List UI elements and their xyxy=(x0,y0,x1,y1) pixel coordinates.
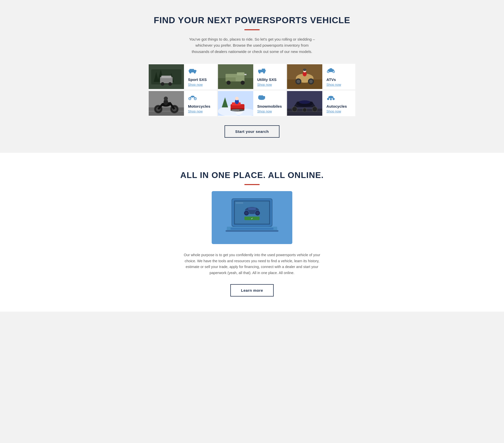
svg-point-92 xyxy=(330,98,332,100)
svg-rect-24 xyxy=(262,69,265,70)
svg-rect-107 xyxy=(246,228,258,229)
vehicle-grid: Sport SXS Shop now xyxy=(149,64,355,116)
vehicle-image-atvs xyxy=(287,64,322,89)
svg-point-38 xyxy=(303,69,306,71)
snowmobiles-shop-link[interactable]: Shop now xyxy=(257,109,282,113)
svg-point-45 xyxy=(333,71,334,72)
vehicle-card-info-utility-sxs: Utility SXS Shop now xyxy=(253,64,281,90)
vehicle-card-info-atvs: ATVs Shop now xyxy=(322,64,345,90)
utility-sxs-name: Utility SXS xyxy=(257,77,277,82)
svg-rect-48 xyxy=(149,107,184,116)
autocycles-icon xyxy=(326,94,347,103)
svg-rect-18 xyxy=(237,72,244,75)
section-find: FIND YOUR NEXT POWERSPORTS VEHICLE You'v… xyxy=(0,0,504,153)
vehicle-card-motorcycles[interactable]: Motorcycles Shop now xyxy=(149,91,217,116)
svg-rect-46 xyxy=(330,68,332,70)
svg-point-21 xyxy=(241,81,245,85)
motorcycles-icon xyxy=(188,94,210,103)
svg-point-26 xyxy=(259,72,260,73)
vehicle-card-utility-sxs[interactable]: Utility SXS Shop now xyxy=(218,64,286,90)
vehicle-card-info-motorcycles: Motorcycles Shop now xyxy=(184,91,214,116)
svg-point-100 xyxy=(256,212,259,215)
snowmobiles-name: Snowmobiles xyxy=(257,104,282,108)
utility-sxs-shop-link[interactable]: Shop now xyxy=(257,83,277,86)
svg-rect-19 xyxy=(226,77,236,81)
atvs-icon xyxy=(326,67,341,76)
atvs-name: ATVs xyxy=(326,77,341,82)
svg-rect-13 xyxy=(188,70,190,71)
svg-rect-101 xyxy=(248,208,256,210)
section-find-title: FIND YOUR NEXT POWERSPORTS VEHICLE xyxy=(5,15,499,25)
svg-text:✓: ✓ xyxy=(251,217,253,220)
vehicle-card-info-snowmobiles: Snowmobiles Shop now xyxy=(253,91,286,116)
svg-rect-22 xyxy=(244,74,246,75)
svg-rect-80 xyxy=(259,99,262,99)
divider-red xyxy=(244,29,260,30)
section-all-in-one-title: ALL IN ONE PLACE. ALL ONLINE. xyxy=(5,170,499,180)
atvs-shop-link[interactable]: Shop now xyxy=(326,83,341,86)
svg-point-99 xyxy=(245,212,248,215)
svg-point-6 xyxy=(161,82,164,86)
vehicle-card-info-sport-sxs: Sport SXS Shop now xyxy=(184,64,211,90)
svg-point-20 xyxy=(227,81,231,85)
svg-point-75 xyxy=(235,97,239,100)
svg-point-11 xyxy=(190,72,191,73)
svg-rect-108 xyxy=(226,230,278,232)
svg-point-90 xyxy=(327,98,329,100)
sport-sxs-shop-link[interactable]: Shop now xyxy=(188,83,207,86)
sport-sxs-name: Sport SXS xyxy=(188,77,207,82)
snowmobiles-icon xyxy=(257,94,282,103)
autocycles-shop-link[interactable]: Shop now xyxy=(326,109,347,113)
svg-rect-109 xyxy=(236,202,243,204)
utility-sxs-icon xyxy=(257,67,277,76)
svg-point-7 xyxy=(168,82,172,86)
vehicle-card-info-autocycles: Autocycles Shop now xyxy=(322,91,351,116)
svg-point-63 xyxy=(191,96,194,98)
svg-rect-73 xyxy=(232,110,239,111)
vehicle-image-snowmobiles xyxy=(218,91,253,116)
svg-point-85 xyxy=(299,100,310,104)
motorcycles-shop-link[interactable]: Shop now xyxy=(188,109,210,113)
autocycles-name: Autocycles xyxy=(326,104,347,108)
svg-point-34 xyxy=(297,80,300,83)
vehicle-card-snowmobiles[interactable]: Snowmobiles Shop now xyxy=(218,91,286,116)
svg-rect-8 xyxy=(161,76,171,78)
start-search-button[interactable]: Start your search xyxy=(225,125,279,138)
vehicle-card-autocycles[interactable]: Autocycles Shop now xyxy=(287,91,355,116)
svg-rect-14 xyxy=(196,70,197,71)
svg-point-35 xyxy=(309,80,313,83)
svg-rect-28 xyxy=(265,70,266,71)
svg-point-89 xyxy=(328,96,333,98)
svg-point-56 xyxy=(164,97,168,101)
learn-more-button[interactable]: Learn more xyxy=(230,284,274,297)
vehicle-card-atvs[interactable]: ATVs Shop now xyxy=(287,64,355,90)
svg-rect-10 xyxy=(190,69,194,71)
svg-point-44 xyxy=(328,71,329,72)
vehicle-image-motorcycles xyxy=(149,91,184,116)
vehicle-image-autocycles xyxy=(287,91,322,116)
svg-point-27 xyxy=(263,72,265,73)
section-all-in-one-description: Our whole purpose is to get you confiden… xyxy=(181,252,323,276)
laptop-svg: ✓ xyxy=(217,195,287,240)
section-find-description: You've got things to do, places to ride.… xyxy=(189,36,315,55)
divider-red-2 xyxy=(244,184,260,185)
sport-sxs-icon xyxy=(188,67,207,76)
svg-point-91 xyxy=(333,98,335,100)
laptop-illustration: ✓ xyxy=(212,191,292,244)
section-all-in-one: ALL IN ONE PLACE. ALL ONLINE. ✓ xyxy=(0,153,504,312)
vehicle-card-sport-sxs[interactable]: Sport SXS Shop now xyxy=(149,64,217,90)
svg-point-86 xyxy=(292,107,297,112)
vehicle-image-utility-sxs xyxy=(218,64,253,89)
motorcycles-name: Motorcycles xyxy=(188,104,210,108)
svg-rect-77 xyxy=(259,95,263,97)
svg-point-12 xyxy=(194,72,196,73)
svg-point-88 xyxy=(303,108,307,112)
svg-point-87 xyxy=(312,107,317,112)
vehicle-image-sport-sxs xyxy=(149,64,184,89)
